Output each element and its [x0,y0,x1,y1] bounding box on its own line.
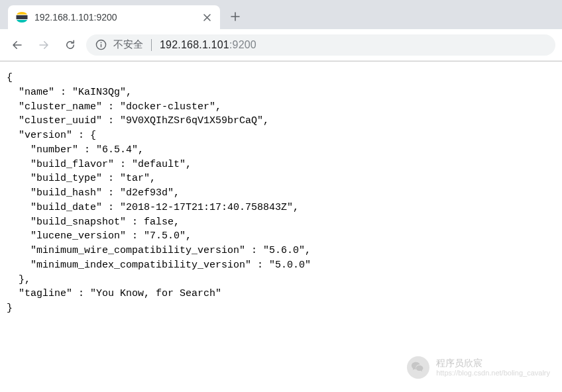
wechat-icon [407,356,429,379]
info-icon [95,39,107,50]
url-display: 192.168.1.101:9200 [160,39,256,51]
reload-icon [64,39,76,51]
tab-title: 192.168.1.101:9200 [34,12,195,23]
security-label: 不安全 [113,38,143,51]
arrow-right-icon [38,39,50,51]
plus-icon [231,12,240,21]
svg-point-3 [101,42,102,43]
divider [151,39,152,51]
address-bar[interactable]: 不安全 192.168.1.101:9200 [86,34,555,56]
watermark: 程序员欣宸 https://blog.csdn.net/boling_caval… [407,356,550,379]
elasticsearch-favicon [16,11,28,23]
svg-rect-4 [101,44,101,47]
site-info-button[interactable] [95,39,107,50]
toolbar: 不安全 192.168.1.101:9200 [0,29,562,61]
close-tab-button[interactable] [201,12,212,23]
tab-strip: 192.168.1.101:9200 [0,0,562,29]
svg-rect-1 [17,15,28,19]
forward-button[interactable] [33,34,54,56]
new-tab-button[interactable] [225,7,245,26]
url-port: :9200 [229,39,256,50]
browser-chrome: 192.168.1.101:9200 不安全 192.168.1.101:920… [0,0,562,62]
reload-button[interactable] [60,34,81,56]
watermark-name: 程序员欣宸 [436,358,550,369]
back-button[interactable] [7,34,28,56]
url-host: 192.168.1.101 [160,39,229,50]
close-icon [203,14,211,21]
watermark-url: https://blog.csdn.net/boling_cavalry [436,369,550,377]
arrow-left-icon [11,39,23,51]
response-body: { "name" : "KaIN3Qg", "cluster_name" : "… [0,62,562,325]
browser-tab[interactable]: 192.168.1.101:9200 [8,5,220,29]
